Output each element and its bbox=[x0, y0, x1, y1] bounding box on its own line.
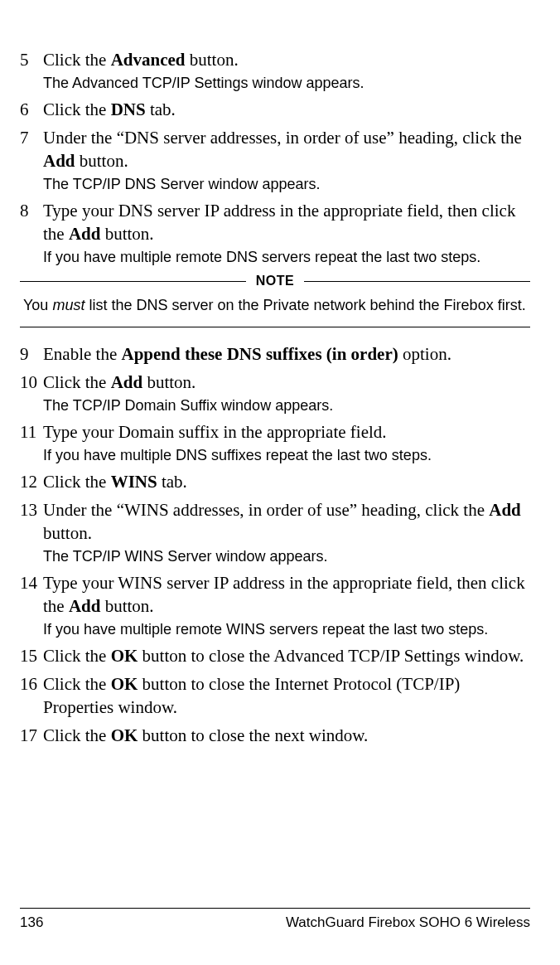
step-number: 10 bbox=[20, 371, 43, 394]
step-sub-text: If you have multiple remote DNS servers … bbox=[43, 247, 530, 267]
step-main-seg: Click the bbox=[43, 372, 111, 392]
step-main-seg: Under the “WINS addresses, in order of u… bbox=[43, 500, 489, 520]
step-item: 6Click the DNS tab. bbox=[20, 98, 530, 121]
step-number: 7 bbox=[20, 126, 43, 149]
step-main-text: Click the OK button to close the Advance… bbox=[43, 644, 530, 667]
page-number: 136 bbox=[20, 914, 43, 932]
note-block: NOTE You must list the DNS server on the… bbox=[20, 274, 530, 327]
step-main-seg: Add bbox=[489, 500, 521, 520]
step-main-seg: Click the bbox=[43, 725, 111, 745]
note-label: NOTE bbox=[256, 274, 294, 289]
step-number: 14 bbox=[20, 571, 43, 594]
step-sub-seg: If you have multiple remote DNS servers … bbox=[43, 249, 480, 265]
step-number: 5 bbox=[20, 48, 43, 71]
step-main-text: Click the Advanced button. bbox=[43, 48, 530, 71]
step-number: 11 bbox=[20, 420, 43, 444]
step-sub-text: The TCP/IP Domain Suffix window appears. bbox=[43, 395, 530, 415]
step-main-seg: OK bbox=[111, 725, 138, 745]
step-body: Under the “DNS server addresses, in orde… bbox=[43, 126, 530, 194]
footer-title: WatchGuard Firebox SOHO 6 Wireless bbox=[286, 914, 530, 932]
step-item: 8Type your DNS server IP address in the … bbox=[20, 199, 530, 267]
step-main-text: Type your WINS server IP address in the … bbox=[43, 571, 530, 618]
step-body: Type your DNS server IP address in the a… bbox=[43, 199, 530, 267]
step-main-seg: Append these DNS suffixes (in order) bbox=[121, 344, 398, 364]
step-sub-text: The TCP/IP DNS Server window appears. bbox=[43, 174, 530, 194]
note-heading-row: NOTE bbox=[20, 274, 530, 289]
step-sub-seg: The TCP/IP DNS Server window appears. bbox=[43, 176, 320, 192]
step-number: 13 bbox=[20, 498, 43, 521]
step-main-text: Type your DNS server IP address in the a… bbox=[43, 199, 530, 245]
step-main-seg: Add bbox=[43, 151, 75, 171]
step-main-text: Enable the Append these DNS suffixes (in… bbox=[43, 342, 530, 366]
step-main-seg: Click the bbox=[43, 674, 111, 694]
step-main-seg: Click the bbox=[43, 472, 111, 492]
step-body: Click the DNS tab. bbox=[43, 98, 530, 121]
step-number: 8 bbox=[20, 199, 43, 222]
step-item: 9Enable the Append these DNS suffixes (i… bbox=[20, 342, 530, 366]
step-main-seg: button to close the next window. bbox=[138, 725, 368, 745]
step-sub-seg: The Advanced TCP/IP Settings window appe… bbox=[43, 75, 364, 91]
step-main-seg: Add bbox=[69, 224, 101, 244]
page-root: 5Click the Advanced button.The Advanced … bbox=[0, 0, 560, 965]
step-main-seg: Add bbox=[111, 372, 143, 392]
step-main-seg: Click the bbox=[43, 646, 111, 666]
note-body-seg: list the DNS server on the Private netwo… bbox=[84, 297, 525, 313]
step-main-seg: Type your Domain suffix in the appropria… bbox=[43, 422, 387, 442]
step-number: 16 bbox=[20, 672, 43, 696]
step-body: Click the Advanced button.The Advanced T… bbox=[43, 48, 530, 93]
step-body: Click the OK button to close the next wi… bbox=[43, 724, 530, 747]
step-sub-seg: The TCP/IP WINS Server window appears. bbox=[43, 548, 327, 565]
step-main-seg: button. bbox=[186, 50, 239, 70]
step-body: Click the OK button to close the Interne… bbox=[43, 672, 530, 719]
step-main-seg: OK bbox=[111, 674, 138, 694]
step-number: 6 bbox=[20, 98, 43, 121]
step-number: 17 bbox=[20, 724, 43, 747]
step-main-seg: WINS bbox=[111, 472, 157, 492]
page-footer: 136 WatchGuard Firebox SOHO 6 Wireless bbox=[20, 908, 530, 932]
step-sub-text: If you have multiple remote WINS servers… bbox=[43, 619, 530, 639]
step-main-text: Type your Domain suffix in the appropria… bbox=[43, 420, 530, 444]
step-main-seg: tab. bbox=[146, 99, 176, 119]
steps-list-a: 5Click the Advanced button.The Advanced … bbox=[20, 48, 530, 267]
step-main-seg: Under the “DNS server addresses, in orde… bbox=[43, 128, 522, 148]
step-main-seg: DNS bbox=[111, 99, 146, 119]
step-sub-seg: If you have multiple remote WINS servers… bbox=[43, 621, 488, 638]
step-main-seg: button. bbox=[75, 151, 128, 171]
footer-rule bbox=[20, 908, 530, 909]
step-body: Under the “WINS addresses, in order of u… bbox=[43, 498, 530, 566]
step-item: 14Type your WINS server IP address in th… bbox=[20, 571, 530, 639]
step-number: 9 bbox=[20, 342, 43, 366]
step-main-text: Click the DNS tab. bbox=[43, 98, 530, 121]
step-sub-text: The Advanced TCP/IP Settings window appe… bbox=[43, 73, 530, 93]
step-item: 15Click the OK button to close the Advan… bbox=[20, 644, 530, 667]
step-body: Type your Domain suffix in the appropria… bbox=[43, 420, 530, 465]
footer-row: 136 WatchGuard Firebox SOHO 6 Wireless bbox=[20, 914, 530, 932]
step-main-seg: button. bbox=[43, 523, 92, 543]
step-main-seg: Click the bbox=[43, 50, 111, 70]
step-main-seg: tab. bbox=[157, 472, 187, 492]
step-item: 7Under the “DNS server addresses, in ord… bbox=[20, 126, 530, 194]
note-rule-right bbox=[304, 281, 530, 282]
step-main-text: Click the WINS tab. bbox=[43, 470, 530, 493]
step-main-seg: Advanced bbox=[111, 50, 186, 70]
step-main-seg: Add bbox=[69, 596, 101, 616]
note-rule-bottom bbox=[20, 327, 530, 327]
step-sub-text: If you have multiple DNS suffixes repeat… bbox=[43, 445, 530, 465]
step-item: 13Under the “WINS addresses, in order of… bbox=[20, 498, 530, 566]
step-main-text: Under the “DNS server addresses, in orde… bbox=[43, 126, 530, 172]
step-body: Click the Add button.The TCP/IP Domain S… bbox=[43, 371, 530, 415]
step-item: 12Click the WINS tab. bbox=[20, 470, 530, 493]
steps-list-b: 9Enable the Append these DNS suffixes (i… bbox=[20, 342, 530, 747]
step-number: 12 bbox=[20, 470, 43, 493]
step-sub-seg: The TCP/IP Domain Suffix window appears. bbox=[43, 397, 333, 414]
step-body: Click the WINS tab. bbox=[43, 470, 530, 493]
step-main-text: Click the OK button to close the next wi… bbox=[43, 724, 530, 747]
note-body: You must list the DNS server on the Priv… bbox=[23, 295, 530, 315]
note-body-seg: must bbox=[52, 297, 84, 313]
step-body: Enable the Append these DNS suffixes (in… bbox=[43, 342, 530, 366]
step-main-text: Under the “WINS addresses, in order of u… bbox=[43, 498, 530, 545]
step-sub-text: The TCP/IP WINS Server window appears. bbox=[43, 546, 530, 566]
step-main-text: Click the OK button to close the Interne… bbox=[43, 672, 530, 719]
note-body-seg: You bbox=[23, 297, 52, 313]
step-body: Click the OK button to close the Advance… bbox=[43, 644, 530, 667]
